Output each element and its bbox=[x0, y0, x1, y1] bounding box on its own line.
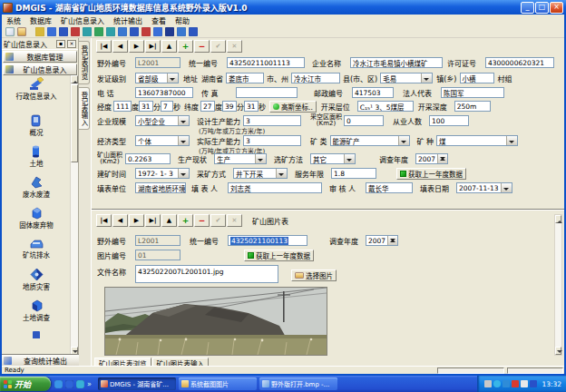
prev-record-button[interactable]: ◀ bbox=[112, 40, 128, 53]
sidebar-item-land-survey[interactable]: 土地调查 bbox=[2, 297, 71, 328]
sidebar-item-geo-disaster[interactable]: 地质灾害 bbox=[2, 266, 71, 297]
sidebar-group-database[interactable]: 数据库管理 bbox=[3, 51, 77, 63]
tray-volume-icon[interactable] bbox=[530, 380, 537, 387]
pic-confirm-button[interactable]: ✔ bbox=[210, 214, 226, 227]
city-field[interactable]: 娄底市 bbox=[226, 73, 264, 83]
cancel-record-button[interactable]: ✕ bbox=[227, 40, 242, 53]
tray-ime-icon[interactable] bbox=[521, 380, 528, 387]
goaf-area-field[interactable]: 0 bbox=[344, 115, 384, 126]
solid-waste-tool-icon[interactable] bbox=[94, 27, 103, 36]
first-record-button[interactable]: |◀ bbox=[96, 40, 112, 53]
next-record-button[interactable]: ▶ bbox=[129, 40, 144, 53]
mining-depth-field[interactable]: 250m bbox=[454, 101, 491, 112]
economic-type-select[interactable]: 个体 bbox=[135, 135, 190, 146]
sidebar-item-clipped[interactable] bbox=[2, 328, 71, 338]
menu-view[interactable]: 查看 bbox=[147, 15, 171, 25]
latitude-sec-field[interactable]: 31 bbox=[244, 101, 259, 112]
last-record-button[interactable]: ▶| bbox=[145, 40, 161, 53]
quick-launch-icon-3[interactable] bbox=[76, 380, 84, 388]
workers-field[interactable]: 100 bbox=[429, 115, 469, 126]
pic-refresh-button[interactable]: ▲ bbox=[161, 214, 177, 227]
field-no-field[interactable]: L2001 bbox=[135, 57, 181, 68]
mining-method-select[interactable]: 井下开采 bbox=[233, 168, 288, 179]
longitude-min-field[interactable]: 31 bbox=[139, 101, 153, 112]
pic-field-no-field[interactable]: L2001 bbox=[135, 235, 181, 246]
scale-select[interactable]: 小型企业 bbox=[135, 115, 190, 126]
disaster-tool-icon[interactable] bbox=[118, 27, 127, 36]
postcode-field[interactable]: 417503 bbox=[352, 87, 394, 98]
town-field[interactable]: 小横 bbox=[460, 73, 494, 83]
tab-register-browse[interactable]: 登记表浏览 bbox=[79, 41, 90, 84]
minimize-button[interactable]: _ bbox=[521, 2, 534, 14]
quick-launch-icon-1[interactable] bbox=[54, 380, 63, 388]
admin-tool-icon[interactable] bbox=[47, 27, 56, 36]
restore-button[interactable]: □ bbox=[535, 2, 549, 14]
enterprise-name-field[interactable]: 冷水江市毛易镇小横煤矿 bbox=[350, 57, 443, 68]
open-folder-icon[interactable] bbox=[17, 27, 26, 36]
latitude-min-field[interactable]: 39 bbox=[222, 101, 237, 112]
export-tool-icon[interactable] bbox=[189, 27, 198, 36]
menu-statistics-output[interactable]: 统计输出 bbox=[109, 15, 147, 25]
new-document-icon[interactable] bbox=[5, 27, 15, 36]
land-tool-icon[interactable] bbox=[71, 27, 80, 36]
fax-field[interactable] bbox=[236, 87, 298, 98]
mine-class-select[interactable]: 能源矿产 bbox=[330, 135, 410, 146]
pic-prev-button[interactable]: ◀ bbox=[112, 214, 128, 227]
menu-system[interactable]: 系统 bbox=[2, 15, 25, 25]
report-tool-icon[interactable] bbox=[177, 27, 186, 36]
pic-add-button[interactable]: + bbox=[178, 214, 193, 227]
fill-person-field[interactable]: 刘志尧 bbox=[228, 182, 322, 193]
survey-tool-icon[interactable] bbox=[130, 27, 139, 36]
add-record-button[interactable]: + bbox=[178, 40, 193, 53]
sidebar-item-admin-entry[interactable]: 行政信息录入 bbox=[2, 75, 71, 112]
longitude-sec-field[interactable]: 7 bbox=[161, 101, 173, 112]
quick-launch-overflow-icon[interactable]: » bbox=[87, 380, 92, 388]
delete-record-button[interactable]: − bbox=[194, 40, 210, 53]
fetch-previous-year-button[interactable]: 获取上一年度数据 bbox=[396, 168, 466, 180]
refresh-record-button[interactable]: ▲ bbox=[161, 40, 177, 53]
stats-tool-icon[interactable] bbox=[153, 27, 162, 36]
cert-level-select[interactable]: 省部级 bbox=[135, 73, 179, 83]
pic-fetch-previous-year-button[interactable]: 获取上一年度数据 bbox=[244, 250, 314, 261]
picture-no-field[interactable]: 01 bbox=[135, 250, 181, 260]
close-button[interactable]: × bbox=[550, 2, 563, 14]
tray-security-icon[interactable] bbox=[512, 380, 519, 387]
pic-unified-no-field[interactable]: 4325021100113 bbox=[228, 235, 307, 246]
design-capacity-field[interactable]: 3 bbox=[243, 115, 301, 126]
auditor-field[interactable]: 戴长华 bbox=[366, 182, 413, 193]
file-name-field[interactable]: 4325022007L200101.jpg bbox=[135, 265, 278, 283]
pin-icon[interactable]: ▪ bbox=[56, 40, 65, 48]
drainage-tool-icon[interactable] bbox=[106, 27, 115, 36]
choose-picture-button[interactable]: 选择图片 bbox=[291, 270, 337, 281]
pic-cancel-button[interactable]: ✕ bbox=[227, 214, 242, 227]
sidebar-item-waste-water[interactable]: 废水废渣 bbox=[2, 173, 71, 204]
unified-no-field[interactable]: 43250211001113 bbox=[227, 57, 305, 68]
waste-water-tool-icon[interactable] bbox=[83, 27, 92, 36]
survey-year-spinner[interactable]: 2007 bbox=[415, 153, 448, 164]
sidebar-item-land[interactable]: 土地 bbox=[2, 142, 71, 173]
taskbar-task-dmgis[interactable]: DMGIS - 湖南省矿... bbox=[98, 377, 176, 390]
sidebar-group-query-output[interactable]: 查询统计输出 bbox=[2, 354, 79, 366]
scroll-up-icon[interactable] bbox=[555, 215, 561, 223]
scroll-down-icon[interactable] bbox=[555, 347, 561, 355]
pic-first-button[interactable]: |◀ bbox=[96, 214, 112, 227]
mine-kind-select[interactable]: 煤 bbox=[436, 135, 518, 146]
edit-tool-icon[interactable] bbox=[35, 27, 44, 36]
tab-register-input[interactable]: 登记表输入 bbox=[79, 87, 90, 131]
latitude-deg-field[interactable]: 27 bbox=[200, 101, 215, 112]
mine-area-field[interactable]: 0.2263 bbox=[125, 153, 171, 164]
sidebar-group-mine-entry[interactable]: 矿山信息录入 bbox=[3, 64, 77, 75]
legal-rep-field[interactable]: 陈国军 bbox=[441, 87, 504, 98]
sidebar-item-solid-waste[interactable]: 固体废弃物 bbox=[2, 204, 71, 235]
fill-unit-field[interactable]: 湖南省地质环境 bbox=[135, 182, 186, 193]
quick-launch-icon-2[interactable] bbox=[65, 380, 73, 388]
sidebar-scrollbar[interactable] bbox=[70, 75, 78, 355]
sidebar-item-pit-drainage[interactable]: 矿坑排水 bbox=[2, 235, 71, 266]
build-time-select[interactable]: 1972- 1- 3 bbox=[135, 168, 190, 179]
beneficiation-select[interactable]: 其它 bbox=[310, 153, 356, 164]
tray-messenger-icon[interactable] bbox=[493, 380, 501, 387]
license-no-field[interactable]: 4300000620321 bbox=[485, 57, 554, 68]
prefecture-field[interactable]: 冷水江市 bbox=[291, 73, 340, 83]
menu-database[interactable]: 数据库 bbox=[25, 15, 56, 25]
taskbar-task-screenshots-folder[interactable]: 系统截图图片 bbox=[179, 377, 257, 390]
